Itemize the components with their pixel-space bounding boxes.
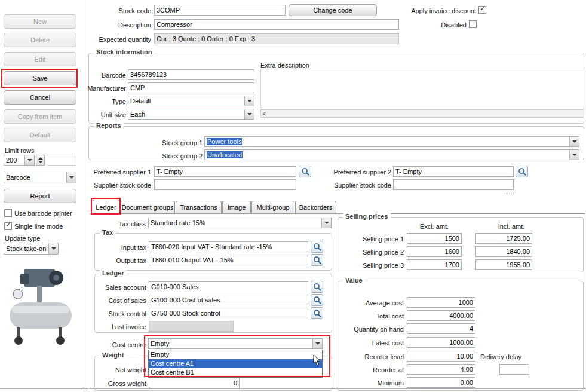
chevron-down-icon[interactable] bbox=[321, 218, 331, 228]
edit-button: Edit bbox=[4, 52, 76, 66]
stock-control-search-button[interactable] bbox=[311, 307, 323, 319]
selling-price-3-excl-field[interactable]: 1700 bbox=[407, 259, 462, 270]
cost-centre-option-empty[interactable]: Empty bbox=[149, 350, 322, 359]
extra-description-field[interactable] bbox=[260, 69, 584, 108]
selling-price-3-label: Selling price 3 bbox=[338, 261, 404, 270]
cost-centre-option-b1[interactable]: Cost centre B1 bbox=[149, 368, 322, 377]
cost-centre-combo[interactable]: Empty bbox=[148, 338, 323, 349]
manufacturer-label: Manufacturer bbox=[85, 84, 126, 93]
manufacturer-field[interactable]: CMP bbox=[128, 82, 254, 93]
stock-group-1-combo[interactable]: Power tools bbox=[204, 136, 579, 147]
search-icon bbox=[313, 296, 321, 304]
list-mode-combo[interactable]: Barcode bbox=[4, 172, 76, 183]
sales-account-search-button[interactable] bbox=[311, 281, 323, 293]
stock-code-field[interactable]: 3COMP bbox=[154, 5, 286, 16]
preferred-supplier-1-label: Preferred supplier 1 bbox=[90, 168, 151, 176]
expected-quantity-label: Expected quantity bbox=[90, 35, 151, 44]
selling-price-3-incl-field[interactable]: 1955.00 bbox=[475, 259, 532, 270]
quantity-on-hand-field[interactable]: 4 bbox=[407, 323, 475, 334]
selling-price-1-incl-field[interactable]: 1725.00 bbox=[475, 233, 532, 244]
use-barcode-printer-label: Use barcode printer bbox=[14, 209, 80, 218]
extra-description-scrollbar[interactable]: < bbox=[260, 109, 584, 118]
cost-of-sales-search-button[interactable] bbox=[311, 294, 323, 306]
scroll-left-icon[interactable]: < bbox=[262, 110, 266, 117]
reorder-level-field[interactable]: 10.00 bbox=[407, 351, 475, 362]
use-barcode-printer-checkbox[interactable] bbox=[4, 209, 12, 217]
minimum-field[interactable]: 0.00 bbox=[407, 377, 475, 388]
net-weight-label: Net weight bbox=[95, 366, 146, 374]
tab-document-groups[interactable]: Document groups bbox=[120, 201, 175, 213]
selling-price-1-excl-field[interactable]: 1500 bbox=[407, 233, 462, 244]
cancel-button[interactable]: Cancel bbox=[4, 90, 76, 105]
average-cost-field[interactable]: 1000 bbox=[407, 297, 475, 308]
preferred-supplier-2-field[interactable]: T- Empty bbox=[393, 166, 514, 177]
tab-image[interactable]: Image bbox=[222, 201, 251, 213]
type-label: Type bbox=[85, 97, 126, 106]
latest-cost-label: Latest cost bbox=[338, 339, 404, 347]
type-combo[interactable]: Default bbox=[128, 96, 254, 106]
chevron-down-icon[interactable] bbox=[569, 137, 579, 146]
cursor-arrow-icon bbox=[313, 354, 321, 366]
gross-weight-field[interactable]: 0 bbox=[149, 378, 240, 388]
tab-ledger[interactable]: Ledger bbox=[93, 200, 119, 214]
cost-of-sales-field[interactable]: G100-000 Cost of sales bbox=[149, 295, 308, 305]
preferred-supplier-1-field[interactable]: T- Empty bbox=[154, 166, 296, 177]
new-button: New bbox=[4, 14, 76, 29]
chevron-down-icon[interactable] bbox=[66, 172, 76, 183]
preferred-supplier-1-search-button[interactable] bbox=[299, 166, 311, 177]
update-type-label: Update type bbox=[5, 234, 59, 243]
tab-backorders[interactable]: Backorders bbox=[295, 201, 336, 213]
spin-down-icon[interactable] bbox=[38, 161, 43, 163]
description-field[interactable]: Compressor bbox=[154, 19, 399, 30]
apply-invoice-discount-checkbox[interactable]: ✓ bbox=[478, 6, 486, 14]
extra-description-label: Extra description bbox=[260, 61, 332, 69]
latest-cost-field[interactable]: 1000.00 bbox=[407, 337, 475, 348]
output-tax-field[interactable]: T860-010 Output VAT - 15% bbox=[149, 255, 308, 265]
last-invoice-label: Last invoice bbox=[95, 323, 146, 331]
chevron-down-icon[interactable] bbox=[312, 339, 322, 348]
save-button[interactable]: Save bbox=[4, 71, 76, 85]
supplier-stock-code-1-field[interactable] bbox=[154, 179, 296, 190]
preferred-supplier-2-search-button[interactable] bbox=[516, 166, 528, 177]
supplier-stock-code-2-label: Supplier stock code bbox=[330, 181, 391, 189]
limit-rows-spinner[interactable] bbox=[36, 155, 45, 166]
delivery-delay-field[interactable] bbox=[499, 364, 529, 375]
unit-size-combo[interactable]: Each bbox=[128, 109, 254, 120]
tab-transactions[interactable]: Transactions bbox=[176, 201, 222, 213]
single-line-mode-label: Single line mode bbox=[14, 222, 80, 231]
sales-account-field[interactable]: G010-000 Sales bbox=[149, 281, 308, 292]
report-button[interactable]: Report bbox=[4, 189, 76, 203]
reorder-at-field[interactable]: 4.00 bbox=[407, 364, 475, 375]
chevron-down-icon[interactable] bbox=[24, 155, 34, 165]
ledger-accounts-group: Ledger Sales account G010-000 Sales Cost… bbox=[94, 274, 332, 333]
total-cost-field[interactable]: 4000.00 bbox=[407, 310, 475, 321]
search-icon bbox=[313, 283, 321, 291]
update-type-combo[interactable]: Stock take-on bbox=[4, 243, 59, 255]
input-tax-field[interactable]: T860-020 Input VAT - Standard rate -15% bbox=[149, 241, 308, 252]
input-tax-search-button[interactable] bbox=[311, 241, 323, 253]
reorder-at-label: Reorder at bbox=[338, 366, 404, 374]
barcode-field[interactable]: 3456789123 bbox=[128, 69, 254, 80]
limit-rows-combo[interactable]: 200 bbox=[4, 155, 35, 166]
selected-text: Unallocated bbox=[207, 151, 243, 158]
tab-multi-group[interactable]: Multi-group bbox=[251, 201, 294, 213]
single-line-mode-checkbox[interactable]: ✓ bbox=[4, 222, 12, 230]
average-cost-label: Average cost bbox=[338, 299, 404, 307]
chevron-down-icon[interactable] bbox=[48, 243, 58, 254]
tax-class-combo[interactable]: Standard rate 15% bbox=[148, 218, 332, 228]
check-icon: ✓ bbox=[480, 4, 486, 13]
spin-up-icon[interactable] bbox=[38, 157, 43, 160]
stock-group-2-combo[interactable]: Unallocated bbox=[204, 149, 579, 160]
change-code-button[interactable]: Change code bbox=[289, 4, 377, 16]
cost-centre-option-a1[interactable]: Cost centre A1 bbox=[149, 359, 322, 368]
chevron-down-icon[interactable] bbox=[569, 150, 579, 160]
stock-control-field[interactable]: G750-000 Stock control bbox=[149, 308, 308, 318]
selling-price-2-excl-field[interactable]: 1600 bbox=[407, 246, 462, 257]
chevron-down-icon[interactable] bbox=[244, 96, 254, 106]
excl-amt-header: Excl. amt. bbox=[404, 223, 464, 230]
selling-price-2-incl-field[interactable]: 1840.00 bbox=[475, 246, 532, 257]
chevron-down-icon[interactable] bbox=[244, 109, 254, 119]
output-tax-search-button[interactable] bbox=[311, 254, 323, 266]
limit-rows-track[interactable] bbox=[47, 155, 76, 166]
disabled-checkbox[interactable] bbox=[469, 20, 477, 28]
